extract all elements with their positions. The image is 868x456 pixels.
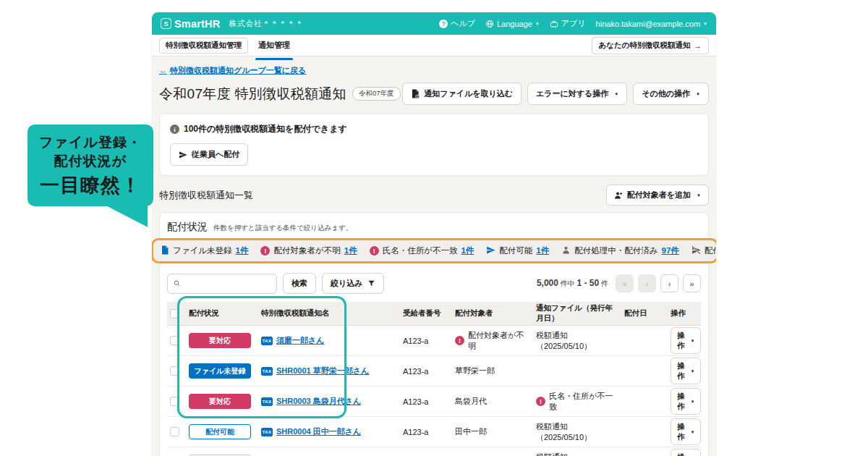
pager-button-2[interactable]: › <box>660 274 678 292</box>
tab-notice-management[interactable]: 通知管理 <box>255 35 293 55</box>
alert-icon: ! <box>455 336 464 345</box>
recipient-number-cell: A123-a <box>400 396 452 408</box>
back-link-label: 特別徴収税額通知グループ一覧に戻る <box>170 65 306 76</box>
chevron-down-icon: ▼ <box>691 400 695 404</box>
row-checkbox[interactable] <box>170 336 179 345</box>
status-count-link[interactable]: 1件 <box>236 245 249 256</box>
status-count-link[interactable]: 1件 <box>461 245 474 256</box>
callout-line-2: 配付状況が <box>33 152 148 171</box>
list-toolbar: 検索 絞り込み 5,000 件中 1 - 50 件 «‹›» <box>167 273 701 294</box>
chevron-down-icon: ▼ <box>691 430 695 434</box>
arrow-right-icon: → <box>694 41 702 50</box>
row-checkbox[interactable] <box>170 427 179 436</box>
search-button[interactable]: 検索 <box>283 273 316 294</box>
pagination-controls: «‹›» <box>616 274 701 292</box>
filter-button-label: 絞り込み <box>331 278 363 289</box>
add-target-label: 配付対象者を追加 <box>627 190 691 200</box>
select-all-checkbox[interactable] <box>170 309 179 318</box>
page-title: 令和07年度 特別徴収税額通知 <box>159 85 346 104</box>
search-box[interactable] <box>167 274 277 294</box>
distribute-to-employees-button[interactable]: 従業員へ配付 <box>170 143 248 166</box>
column-header: 受給者番号 <box>400 307 452 320</box>
row-action-button[interactable]: 操作▼ <box>671 358 701 384</box>
chevron-down-icon: ▼ <box>697 193 701 198</box>
distribute-label: 従業員へ配付 <box>192 149 239 160</box>
person-icon <box>561 245 571 256</box>
error-ops-button[interactable]: エラーに対する操作 ▼ <box>527 83 627 105</box>
notice-file-cell: 税額通知（2025/05/10） <box>533 450 621 456</box>
arrow-left-icon: ← <box>159 66 167 75</box>
status-summary-item: !配付対象者が不明1件 <box>260 245 357 256</box>
other-ops-button[interactable]: その他の操作 ▼ <box>633 83 709 105</box>
distribution-date-cell <box>621 370 668 373</box>
status-label: 配付不可 <box>705 245 716 256</box>
list-section-title: 特別徴収税額通知一覧 <box>159 189 253 202</box>
table-row: 配付処理中TAXSHR0005 鈴木翔さんA123-a鈴木翔税額通知（2025/… <box>167 447 701 456</box>
notice-list-panel: 配付状況 件数を押すと該当する条件で絞り込みます。 ファイル未登録1件!配付対象… <box>159 212 709 456</box>
status-summary-title: 配付状況 <box>167 221 208 234</box>
notice-name-link[interactable]: SHR0001 草野栄一郎さん <box>276 366 369 376</box>
help-icon: ? <box>439 20 448 28</box>
notice-table: 配付状況特別徴収税額通知名受給者番号配付対象者通知ファイル（発行年月日）配付日操… <box>167 302 701 456</box>
globe-icon <box>485 20 494 28</box>
other-ops-label: その他の操作 <box>642 88 690 99</box>
row-action-button[interactable]: 操作▼ <box>671 388 701 415</box>
row-action-button[interactable]: 操作▼ <box>671 449 701 456</box>
status-label: 配付対象者が不明 <box>273 245 340 256</box>
status-summary-strip: ファイル未登録1件!配付対象者が不明1件!氏名・住所が不一致1件配付可能1件配付… <box>152 238 716 263</box>
row-checkbox[interactable] <box>170 366 179 376</box>
recipient-number-cell: A123-a <box>400 426 452 438</box>
back-link[interactable]: ← 特別徴収税額通知グループ一覧に戻る <box>159 65 306 76</box>
person-add-icon <box>614 191 623 200</box>
smarthr-logo-text: SmartHR <box>174 18 220 30</box>
row-action-button[interactable]: 操作▼ <box>671 327 701 354</box>
status-count-link[interactable]: 97件 <box>662 245 679 256</box>
table-row: 配付可能TAXSHR0004 田中一郎さんA123-a田中一郎税額通知（2025… <box>167 417 701 447</box>
pager-button-0: « <box>616 274 634 292</box>
status-label: 配付可能 <box>499 245 532 256</box>
file-icon <box>161 245 169 256</box>
your-notices-button[interactable]: あなたの特別徴収税額通知 → <box>592 37 709 54</box>
language-label: Language <box>497 20 532 28</box>
language-menu[interactable]: Language ▼ <box>485 20 540 28</box>
notice-name-link[interactable]: 須磨一郎さん <box>276 335 325 346</box>
tax-file-icon: TAX <box>261 397 273 406</box>
status-summary-item: 配付可能1件 <box>486 245 549 256</box>
status-summary-description: 件数を押すと該当する条件で絞り込みます。 <box>213 224 352 233</box>
status-badge: 配付可能 <box>189 424 251 439</box>
smarthr-logo-icon: S <box>161 18 171 29</box>
help-menu[interactable]: ? ヘルプ <box>439 18 475 29</box>
distribution-target-cell: 島袋月代 <box>452 394 533 408</box>
import-file-button[interactable]: 通知ファイルを取り込む <box>402 83 522 105</box>
filter-button[interactable]: 絞り込み <box>322 273 384 294</box>
status-label: 氏名・住所が不一致 <box>383 245 458 256</box>
column-header: 配付対象者 <box>452 307 533 320</box>
row-checkbox[interactable] <box>170 397 179 406</box>
notice-file-cell: !氏名・住所が不一致 <box>533 389 621 414</box>
column-header: 操作 <box>668 307 701 320</box>
distribution-info-message: 100件の特別徴収税額通知を配付できます <box>184 123 347 135</box>
add-distribution-target-button[interactable]: 配付対象者を追加 ▼ <box>606 185 709 206</box>
help-label: ヘルプ <box>451 18 475 29</box>
tax-file-icon: TAX <box>261 337 273 345</box>
status-count-link[interactable]: 1件 <box>344 245 357 256</box>
table-row: 要対応TAXSHR0003 島袋月代さんA123-a島袋月代!氏名・住所が不一致… <box>167 387 701 417</box>
search-button-label: 検索 <box>292 278 307 289</box>
status-summary-item: 配付不可1件 <box>692 245 716 256</box>
chevron-down-icon: ▼ <box>696 92 700 96</box>
tab-notice-management-group[interactable]: 特別徴収税額通知管理 <box>159 38 248 54</box>
search-input[interactable] <box>184 279 271 288</box>
notice-name-link[interactable]: SHR0003 島袋月代さん <box>276 396 361 407</box>
notice-file-cell <box>533 370 621 373</box>
row-action-button[interactable]: 操作▼ <box>671 418 701 445</box>
alert-icon: ! <box>536 397 545 406</box>
import-file-label: 通知ファイルを取り込む <box>424 88 513 99</box>
account-menu[interactable]: hinako.takami@example.com ▼ <box>596 20 707 28</box>
column-header: 特別徴収税額通知名 <box>258 307 400 320</box>
global-header: S SmartHR 株式会社＊＊＊＊＊ ? ヘルプ Language ▼ アプリ… <box>152 12 716 35</box>
apps-menu[interactable]: アプリ <box>550 18 586 29</box>
pager-button-3[interactable]: » <box>683 274 701 292</box>
recipient-number-cell: A123-a <box>400 366 452 377</box>
notice-name-link[interactable]: SHR0004 田中一郎さん <box>276 426 361 437</box>
status-count-link[interactable]: 1件 <box>536 245 549 256</box>
